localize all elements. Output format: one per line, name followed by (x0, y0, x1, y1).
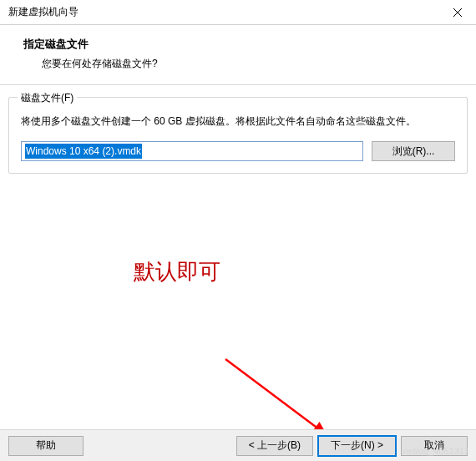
next-button[interactable]: 下一步(N) > (318, 436, 396, 456)
annotation-text: 默认即可 (134, 257, 220, 286)
fieldset-description: 将使用多个磁盘文件创建一个 60 GB 虚拟磁盘。将根据此文件名自动命名这些磁盘… (21, 113, 455, 129)
close-button[interactable] (438, 0, 476, 24)
browse-button[interactable]: 浏览(R)... (372, 141, 455, 161)
window-title: 新建虚拟机向导 (8, 5, 78, 19)
close-icon (453, 8, 462, 17)
wizard-header: 指定磁盘文件 您要在何处存储磁盘文件? (0, 25, 476, 85)
titlebar: 新建虚拟机向导 (0, 0, 476, 25)
cancel-button[interactable]: 取消 (401, 436, 468, 456)
page-description: 您要在何处存储磁盘文件? (8, 57, 468, 71)
page-title: 指定磁盘文件 (8, 37, 468, 52)
svg-line-3 (225, 359, 326, 434)
disk-file-fieldset: 磁盘文件(F) 将使用多个磁盘文件创建一个 60 GB 虚拟磁盘。将根据此文件名… (8, 97, 468, 174)
disk-file-input[interactable]: Windows 10 x64 (2).vmdk (21, 141, 363, 161)
back-button[interactable]: < 上一步(B) (236, 436, 313, 456)
help-button[interactable]: 帮助 (8, 436, 84, 456)
disk-file-value: Windows 10 x64 (2).vmdk (25, 144, 142, 159)
wizard-footer: 帮助 < 上一步(B) 下一步(N) > 取消 (0, 429, 476, 461)
fieldset-label: 磁盘文件(F) (18, 91, 77, 105)
